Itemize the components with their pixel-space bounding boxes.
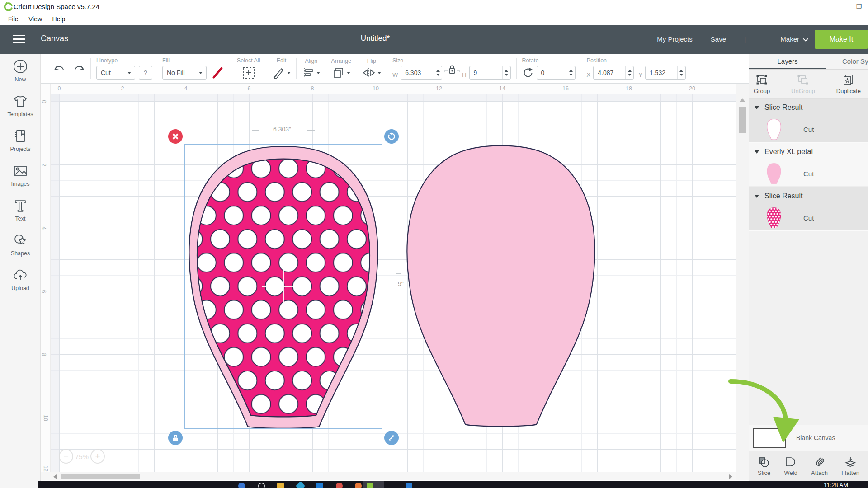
blank-canvas-swatch[interactable] bbox=[753, 428, 786, 448]
panel-tabs: Layers Color Sync bbox=[749, 54, 868, 70]
attach-button[interactable]: Attach bbox=[811, 456, 828, 476]
taskbar-app-icon[interactable] bbox=[355, 483, 362, 488]
edit-menu-button[interactable] bbox=[272, 66, 291, 80]
align-group: Align bbox=[302, 58, 320, 79]
layer-group-slice-result-2: Slice Result Cut bbox=[749, 187, 868, 231]
undo-icon[interactable] bbox=[53, 64, 65, 74]
pink-petal-shape[interactable] bbox=[402, 143, 599, 427]
delete-handle[interactable] bbox=[168, 129, 183, 144]
make-it-button[interactable]: Make It bbox=[815, 30, 868, 49]
taskbar-search-icon[interactable] bbox=[258, 483, 265, 488]
machine-selector[interactable]: Maker bbox=[764, 35, 808, 43]
sidebar-item-upload[interactable]: Upload bbox=[0, 263, 41, 297]
pink-petal-thumbnail bbox=[766, 163, 782, 184]
height-input[interactable]: 9 bbox=[469, 66, 511, 80]
layer-row[interactable]: Cut bbox=[749, 205, 868, 230]
duplicate-button[interactable]: Duplicate bbox=[836, 74, 861, 94]
ungroup-button[interactable]: UnGroup bbox=[791, 74, 815, 94]
hamburger-menu-icon[interactable] bbox=[13, 35, 25, 44]
height-stepper[interactable] bbox=[502, 66, 510, 79]
tab-layers[interactable]: Layers bbox=[749, 54, 826, 69]
center-crosshair bbox=[283, 265, 284, 308]
position-y-stepper[interactable] bbox=[677, 66, 685, 79]
arrange-menu-button[interactable] bbox=[332, 66, 350, 79]
linetype-select[interactable]: Cut bbox=[96, 66, 135, 80]
group-icon bbox=[755, 74, 769, 86]
horizontal-scroll-thumb[interactable] bbox=[61, 474, 140, 479]
arrange-icon bbox=[332, 66, 345, 79]
scroll-up-icon[interactable] bbox=[740, 98, 745, 102]
rotate-handle[interactable] bbox=[384, 129, 399, 144]
taskbar-cricut-icon[interactable] bbox=[367, 483, 373, 488]
position-label: Position bbox=[587, 57, 686, 64]
vertical-scrollbar[interactable] bbox=[736, 84, 749, 480]
taskbar-clock: 11:28 AM bbox=[824, 482, 848, 488]
sidebar-item-projects[interactable]: Projects bbox=[0, 123, 41, 158]
taskbar-active-app-highlight bbox=[363, 481, 384, 488]
rotate-input[interactable]: 0 bbox=[537, 66, 576, 80]
rotate-icon[interactable] bbox=[522, 67, 534, 79]
shapes-icon bbox=[12, 232, 28, 249]
templates-icon bbox=[12, 93, 28, 109]
layer-row[interactable]: Cut bbox=[749, 161, 868, 186]
position-x-input[interactable]: 4.087 bbox=[593, 66, 634, 80]
sidebar-item-text[interactable]: Text bbox=[0, 193, 41, 228]
layer-group-header[interactable]: Slice Result bbox=[749, 187, 868, 205]
slice-button[interactable]: Slice bbox=[758, 456, 770, 476]
flatten-button[interactable]: Flatten bbox=[841, 456, 859, 476]
lock-handle[interactable] bbox=[168, 431, 183, 445]
menubar: File View Help bbox=[0, 13, 868, 25]
layer-group-header[interactable]: Everly XL petal bbox=[749, 143, 868, 161]
resize-handle[interactable] bbox=[384, 431, 399, 445]
restore-button[interactable]: ❐ bbox=[850, 1, 868, 12]
select-all-icon[interactable] bbox=[242, 66, 255, 80]
vertical-scroll-thumb[interactable] bbox=[739, 107, 746, 133]
canvas-area[interactable]: 0 2 4 6 8 10 12 14 16 18 20 0 2 4 6 8 10… bbox=[41, 84, 736, 472]
blank-canvas-row[interactable]: Blank Canvas bbox=[749, 425, 868, 451]
width-stepper[interactable] bbox=[434, 66, 442, 79]
fill-select[interactable]: No Fill bbox=[162, 66, 207, 80]
zoom-in-button[interactable]: + bbox=[90, 449, 105, 464]
sidebar-item-templates[interactable]: Templates bbox=[0, 89, 41, 123]
taskbar-window-icon[interactable] bbox=[316, 483, 323, 488]
position-y-input[interactable]: 1.532 bbox=[645, 66, 686, 80]
fill-color-pen-icon[interactable] bbox=[210, 66, 226, 80]
align-menu-button[interactable] bbox=[302, 66, 320, 79]
group-button[interactable]: Group bbox=[754, 74, 770, 94]
size-lock-icon[interactable] bbox=[443, 64, 461, 76]
minimize-button[interactable]: — bbox=[823, 1, 841, 12]
taskbar-app-icon[interactable] bbox=[296, 481, 305, 488]
zoom-out-button[interactable]: − bbox=[59, 449, 73, 464]
width-input[interactable]: 6.303 bbox=[401, 66, 442, 80]
zoom-level: 75% bbox=[75, 453, 89, 460]
taskbar-app-icon[interactable] bbox=[406, 483, 412, 488]
scroll-left-icon[interactable] bbox=[53, 474, 57, 479]
menu-file[interactable]: File bbox=[8, 15, 19, 23]
scroll-right-icon[interactable] bbox=[729, 474, 732, 479]
ruler-tick-label: 4 bbox=[41, 227, 47, 230]
ungroup-icon bbox=[796, 74, 810, 86]
tab-color-sync[interactable]: Color Sync bbox=[826, 54, 868, 69]
taskbar-app-icon[interactable] bbox=[336, 483, 343, 488]
layer-group-header[interactable]: Slice Result bbox=[749, 99, 868, 117]
save-link[interactable]: Save bbox=[711, 35, 726, 43]
my-projects-link[interactable]: My Projects bbox=[657, 35, 692, 43]
sidebar-item-images[interactable]: Images bbox=[0, 158, 41, 193]
position-group: Position X 4.087 Y 1.532 bbox=[587, 57, 686, 80]
rotate-stepper[interactable] bbox=[567, 66, 575, 79]
weld-button[interactable]: Weld bbox=[784, 456, 797, 476]
taskbar-app-icon[interactable] bbox=[238, 483, 245, 488]
flatten-icon bbox=[844, 456, 857, 469]
position-x-stepper[interactable] bbox=[625, 66, 633, 79]
redo-icon[interactable] bbox=[73, 64, 85, 74]
sidebar-item-new[interactable]: New bbox=[0, 54, 41, 89]
menu-view[interactable]: View bbox=[28, 15, 42, 23]
taskbar-folder-icon[interactable] bbox=[277, 483, 284, 488]
horizontal-scrollbar[interactable] bbox=[41, 472, 736, 480]
linetype-help-button[interactable]: ? bbox=[139, 66, 152, 80]
menu-help[interactable]: Help bbox=[52, 15, 66, 23]
canvas-grid[interactable]: 6.303" 9" − 75% + bbox=[51, 94, 736, 472]
layer-row[interactable]: Cut bbox=[749, 117, 868, 142]
sidebar-item-shapes[interactable]: Shapes bbox=[0, 228, 41, 263]
flip-menu-button[interactable] bbox=[362, 66, 381, 79]
